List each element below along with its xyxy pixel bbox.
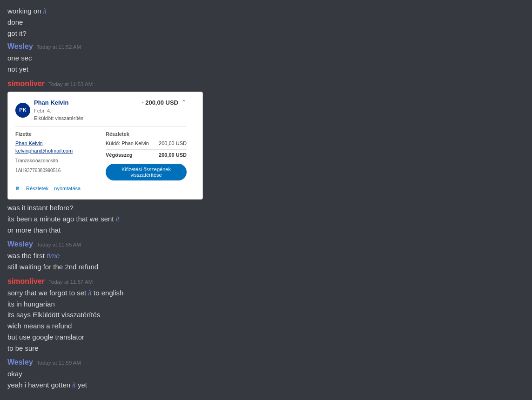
message-line: not yet <box>7 64 525 75</box>
tranzakcio-id: 1AH93776380990516 <box>15 167 96 174</box>
fizette-name[interactable]: Phan Kelvin <box>15 140 96 147</box>
paypal-receipt: PK Phan Kelvin Febr. 4. Elküldött vissza… <box>8 92 194 199</box>
message-line: yeah i havent gotten it yet <box>7 380 525 391</box>
username-wesley: Wesley <box>7 41 33 52</box>
receipt-body: Fizette Phan Kelvin kelvinphan@hotmail.c… <box>15 131 187 180</box>
message-content: sorry that we forgot to set it to englis… <box>7 287 525 354</box>
message-header: Wesley Today at 11:59 AM <box>7 357 525 367</box>
message-group-wesley-1155: Wesley Today at 11:55 AM was the first t… <box>7 238 525 273</box>
receipt-avatar: PK <box>15 103 30 118</box>
footer-icon: 🗎 <box>15 185 20 193</box>
kuldo-label: Küldő: Phan Kelvin <box>106 140 149 147</box>
message-content: working on it done got it? <box>7 6 525 39</box>
receipt-amount: - 200,00 USD <box>141 99 178 107</box>
message-line: sorry that we forgot to set it to englis… <box>7 287 525 299</box>
receipt-footer: 🗎 Részletek nyomtatása <box>15 185 187 193</box>
receipt-divider <box>15 127 187 127</box>
timestamp: Today at 11:55 AM <box>37 241 81 249</box>
message-group-wesley-1159: Wesley Today at 11:59 AM okay yeah i hav… <box>7 356 525 392</box>
receipt-header: PK Phan Kelvin Febr. 4. Elküldött vissza… <box>15 99 187 122</box>
message-group-simonliver-1157: simonliver Today at 11:57 AM sorry that … <box>7 275 525 355</box>
message-line: its been a minute ago that we sent it <box>7 213 525 225</box>
footer-reszletek[interactable]: Részletek <box>26 185 48 193</box>
vegosszeg-row: Végösszeg 200,00 USD <box>106 149 187 159</box>
receipt-date: Febr. 4. <box>34 107 83 115</box>
message-line: done <box>7 17 525 28</box>
message-content: okay yeah i havent gotten it yet <box>7 368 525 391</box>
message-line: working on it <box>7 6 525 17</box>
username-wesley: Wesley <box>7 357 33 367</box>
message-content: one sec not yet <box>7 53 525 75</box>
timestamp: Today at 11:52 AM <box>37 44 81 51</box>
message-line: to be sure <box>7 343 525 354</box>
highlight-time: time <box>47 252 60 260</box>
footer-nyomtatas[interactable]: nyomtatása <box>54 185 81 193</box>
fizette-label: Fizette <box>15 131 96 138</box>
message-line: was the first time <box>7 250 525 261</box>
message-line: or more than that <box>7 225 525 236</box>
message-line: still waiting for the 2nd refund <box>7 261 525 273</box>
message-line: okay <box>7 368 525 380</box>
message-group-working: working on it done got it? <box>7 5 525 40</box>
highlight-it: it <box>43 7 47 15</box>
chat-container: working on it done got it? Wesley Today … <box>0 0 532 392</box>
kuldo-row: Küldő: Phan Kelvin 200,00 USD <box>106 140 187 147</box>
message-content: PK Phan Kelvin Febr. 4. Elküldött vissza… <box>7 92 525 236</box>
highlight-it: it <box>72 381 76 389</box>
timestamp: Today at 11:59 AM <box>37 360 81 367</box>
reszletek-label: Részletek <box>106 131 187 138</box>
receipt-name: Phan Kelvin <box>34 99 83 107</box>
message-header: Wesley Today at 11:52 AM <box>7 41 525 52</box>
message-group-simonliver-1153: simonliver Today at 11:53 AM PK Phan Kel… <box>7 78 525 237</box>
fizette-email[interactable]: kelvinphan@hotmail.com <box>15 147 96 155</box>
message-line: was it instant before? <box>7 202 525 213</box>
expand-button[interactable]: ⌃ <box>181 99 187 106</box>
message-line: its in hungarian <box>7 299 525 310</box>
highlight-it: it <box>116 215 120 223</box>
message-header: simonliver Today at 11:57 AM <box>7 276 525 287</box>
receipt-attachment: PK Phan Kelvin Febr. 4. Elküldött vissza… <box>7 92 203 200</box>
vegosszeg-amount: 200,00 USD <box>159 152 187 159</box>
username-simonliver: simonliver <box>7 79 45 89</box>
highlight-it: it <box>88 289 92 297</box>
timestamp: Today at 11:53 AM <box>48 81 93 88</box>
receipt-sender: PK Phan Kelvin Febr. 4. Elküldött vissza… <box>15 99 83 122</box>
message-header: simonliver Today at 11:53 AM <box>7 79 525 89</box>
message-header: Wesley Today at 11:55 AM <box>7 239 525 249</box>
message-content: was the first time still waiting for the… <box>7 250 525 273</box>
message-line-google-translator: but use google translator <box>7 332 525 343</box>
receipt-right: Részletek Küldő: Phan Kelvin 200,00 USD … <box>106 131 187 180</box>
message-line: wich means a refund <box>7 320 525 332</box>
username-simonliver: simonliver <box>7 276 45 287</box>
receipt-status: Elküldött visszatérítés <box>34 115 83 122</box>
timestamp: Today at 11:57 AM <box>48 279 93 286</box>
message-line: its says Elküldött visszatérítés <box>7 309 525 320</box>
receipt-left: Fizette Phan Kelvin kelvinphan@hotmail.c… <box>15 131 96 180</box>
tranzakcio-label: Tranzakcióazonosító <box>15 158 96 165</box>
refund-button[interactable]: Kifizetési összegének visszatérítése <box>106 164 187 180</box>
username-wesley: Wesley <box>7 239 33 249</box>
message-group-wesley-1152: Wesley Today at 11:52 AM one sec not yet <box>7 40 525 76</box>
message-line: got it? <box>7 28 525 39</box>
message-line: one sec <box>7 53 525 64</box>
vegosszeg-label: Végösszeg <box>106 152 132 159</box>
kuldo-amount: 200,00 USD <box>159 140 187 147</box>
